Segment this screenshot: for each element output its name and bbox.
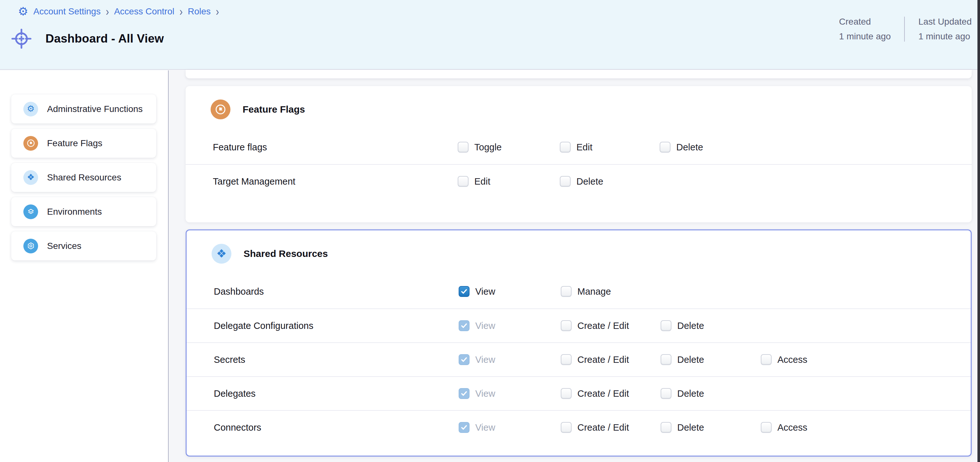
permission-create-edit[interactable]: Create / Edit — [561, 388, 629, 399]
created-label: Created — [839, 17, 891, 27]
permission-section-feature-flags[interactable]: Feature FlagsFeature flagsToggleEditDele… — [186, 86, 972, 222]
permission-delete[interactable]: Delete — [660, 354, 704, 365]
last-updated-label: Last Updated — [918, 17, 972, 27]
checkbox-delete[interactable] — [660, 142, 670, 152]
checkbox-delete[interactable] — [660, 320, 671, 331]
permission-toggle[interactable]: Toggle — [458, 142, 501, 152]
checkbox-view[interactable] — [459, 286, 469, 297]
account-settings-gear-icon: ⚙ — [18, 6, 28, 17]
permission-manage[interactable]: Manage — [561, 286, 611, 297]
permission-edit[interactable]: Edit — [560, 142, 592, 152]
permission-view[interactable]: View — [459, 286, 495, 297]
checkbox-delete[interactable] — [660, 422, 671, 433]
checkbox-view — [459, 354, 469, 365]
permission-row-dashboards: DashboardsViewManage — [186, 275, 971, 308]
permission-create-edit[interactable]: Create / Edit — [561, 320, 629, 331]
permission-delete[interactable]: Delete — [660, 142, 703, 152]
permission-view: View — [459, 388, 495, 399]
last-updated-value: 1 minute ago — [918, 31, 972, 41]
permission-create-edit[interactable]: Create / Edit — [561, 422, 629, 433]
sidebar-item-adminstrative-functions[interactable]: ⚙Adminstrative Functions — [11, 94, 156, 124]
resource-name: Connectors — [214, 422, 261, 433]
sidebar-item-label: Feature Flags — [47, 138, 102, 148]
checkbox-delete[interactable] — [560, 176, 571, 187]
sidebar-item-services[interactable]: Services — [11, 231, 156, 260]
permission-label: Delete — [677, 422, 704, 433]
gear-icon: ⚙ — [23, 102, 38, 116]
permission-view: View — [459, 354, 495, 365]
permission-label: View — [475, 286, 495, 297]
window-edge — [977, 0, 980, 462]
chevron-right-icon: › — [106, 5, 109, 19]
permission-label: View — [475, 388, 495, 399]
breadcrumb-roles[interactable]: Roles — [188, 6, 211, 17]
sidebar-item-feature-flags[interactable]: Feature Flags — [11, 129, 156, 158]
shared-resources-icon: ❖ — [23, 170, 38, 185]
checkbox-toggle[interactable] — [458, 142, 469, 152]
breadcrumb-account-settings[interactable]: Account Settings — [33, 6, 100, 17]
sidebar-item-label: Services — [47, 241, 81, 251]
permission-access[interactable]: Access — [761, 422, 807, 433]
permission-view: View — [459, 320, 495, 331]
previous-section-card-edge — [186, 70, 972, 78]
feature-flag-icon — [23, 136, 38, 151]
page-header: ⚙ Account Settings › Access Control › Ro… — [0, 0, 980, 70]
chevron-right-icon: › — [180, 5, 183, 19]
checkbox-access[interactable] — [761, 422, 772, 433]
section-title: Shared Resources — [243, 248, 328, 259]
timestamps: Created 1 minute ago Last Updated 1 minu… — [839, 17, 972, 41]
permission-delete[interactable]: Delete — [660, 320, 704, 331]
permission-delete[interactable]: Delete — [660, 422, 704, 433]
permission-label: Delete — [677, 388, 704, 399]
checkbox-view — [459, 422, 469, 433]
checkbox-create-edit[interactable] — [561, 422, 572, 433]
permission-section-shared-resources[interactable]: ❖Shared ResourcesDashboardsViewManageDel… — [186, 229, 972, 457]
permission-label: Delete — [677, 321, 704, 331]
permission-delete[interactable]: Delete — [660, 388, 704, 399]
permission-label: Toggle — [474, 142, 501, 152]
checkbox-delete[interactable] — [660, 354, 671, 365]
permission-row-delegates: DelegatesViewCreate / EditDelete — [186, 376, 971, 410]
permission-label: Delete — [677, 354, 704, 365]
services-icon — [23, 239, 38, 253]
resource-name: Delegates — [214, 388, 256, 399]
permission-row-delegate-configurations: Delegate ConfigurationsViewCreate / Edit… — [186, 308, 971, 342]
resource-name: Delegate Configurations — [214, 321, 313, 331]
feature-flag-icon — [211, 100, 231, 119]
sidebar-item-label: Adminstrative Functions — [47, 104, 143, 114]
permission-label: Manage — [578, 286, 611, 297]
checkbox-access[interactable] — [761, 354, 772, 365]
checkbox-edit[interactable] — [458, 176, 469, 187]
section-title: Feature Flags — [243, 104, 305, 115]
permission-label: Create / Edit — [578, 422, 629, 433]
resource-name: Dashboards — [214, 286, 264, 297]
permission-label: Create / Edit — [578, 321, 629, 331]
permission-edit[interactable]: Edit — [458, 176, 490, 187]
breadcrumb-access-control[interactable]: Access Control — [114, 6, 174, 17]
sidebar-item-shared-resources[interactable]: ❖Shared Resources — [11, 163, 156, 192]
section-header: Feature Flags — [186, 86, 972, 119]
resource-name: Secrets — [214, 354, 245, 365]
checkbox-delete[interactable] — [660, 388, 671, 399]
chevron-right-icon: › — [216, 5, 219, 19]
checkbox-create-edit[interactable] — [561, 388, 572, 399]
sidebar-item-label: Shared Resources — [47, 173, 121, 183]
sidebar-item-environments[interactable]: Environments — [11, 197, 156, 226]
permission-label: Edit — [474, 176, 490, 187]
checkbox-create-edit[interactable] — [561, 320, 572, 331]
checkbox-create-edit[interactable] — [561, 354, 572, 365]
checkbox-view — [459, 388, 469, 399]
checkbox-edit[interactable] — [560, 142, 571, 152]
shared-resources-icon: ❖ — [212, 244, 231, 264]
permission-row-connectors: ConnectorsViewCreate / EditDeleteAccess — [186, 410, 971, 444]
permission-label: View — [475, 354, 495, 365]
checkbox-manage[interactable] — [561, 286, 572, 297]
permission-delete[interactable]: Delete — [560, 176, 603, 187]
section-header: ❖Shared Resources — [186, 230, 971, 264]
permission-row-target-management: Target ManagementEditDelete — [186, 164, 972, 198]
permission-create-edit[interactable]: Create / Edit — [561, 354, 629, 365]
resource-category-sidebar: ⚙Adminstrative FunctionsFeature Flags❖Sh… — [0, 70, 169, 462]
permission-access[interactable]: Access — [761, 354, 807, 365]
permission-view: View — [459, 422, 495, 433]
resource-name: Feature flags — [213, 142, 267, 152]
